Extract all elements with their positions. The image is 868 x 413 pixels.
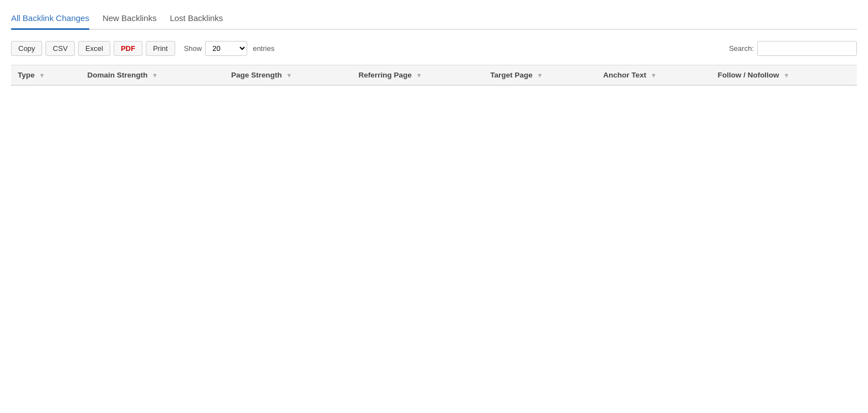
tab-bar: All Backlink Changes New Backlinks Lost … — [11, 9, 857, 30]
backlinks-table: Type ▼ Domain Strength ▼ Page Strength ▼… — [11, 65, 857, 86]
col-header-target-page[interactable]: Target Page ▼ — [483, 65, 596, 86]
entries-text: entries — [253, 44, 274, 53]
col-header-type[interactable]: Type ▼ — [11, 65, 80, 86]
entries-select[interactable]: 20 50 100 — [205, 41, 247, 56]
tab-new-backlinks[interactable]: New Backlinks — [103, 9, 157, 30]
col-header-follow-nofollow[interactable]: Follow / Nofollow ▼ — [711, 65, 857, 86]
sort-arrow-type: ▼ — [39, 72, 45, 79]
col-header-domain-strength[interactable]: Domain Strength ▼ — [80, 65, 224, 86]
sort-arrow-target-page: ▼ — [537, 72, 543, 79]
show-label: Show — [184, 44, 202, 53]
tab-lost-backlinks[interactable]: Lost Backlinks — [170, 9, 223, 30]
col-header-page-strength[interactable]: Page Strength ▼ — [224, 65, 352, 86]
search-label: Search: — [729, 44, 754, 53]
sort-arrow-domain-strength: ▼ — [152, 72, 158, 79]
tab-all-backlink-changes[interactable]: All Backlink Changes — [11, 9, 89, 30]
col-header-anchor-text[interactable]: Anchor Text ▼ — [596, 65, 711, 86]
search-container: Search: — [729, 41, 857, 56]
col-header-referring-page[interactable]: Referring Page ▼ — [352, 65, 484, 86]
sort-arrow-referring-page: ▼ — [416, 72, 422, 79]
sort-arrow-page-strength: ▼ — [286, 72, 292, 79]
csv-button[interactable]: CSV — [45, 41, 75, 56]
copy-button[interactable]: Copy — [11, 41, 42, 56]
excel-button[interactable]: Excel — [78, 41, 110, 56]
pdf-button[interactable]: PDF — [114, 41, 142, 56]
sort-arrow-anchor-text: ▼ — [651, 72, 657, 79]
table-header-row: Type ▼ Domain Strength ▼ Page Strength ▼… — [11, 65, 857, 86]
print-button[interactable]: Print — [146, 41, 175, 56]
search-input[interactable] — [757, 41, 857, 56]
sort-arrow-follow-nofollow: ▼ — [783, 72, 789, 79]
toolbar: Copy CSV Excel PDF Print Show 20 50 100 … — [11, 41, 857, 56]
